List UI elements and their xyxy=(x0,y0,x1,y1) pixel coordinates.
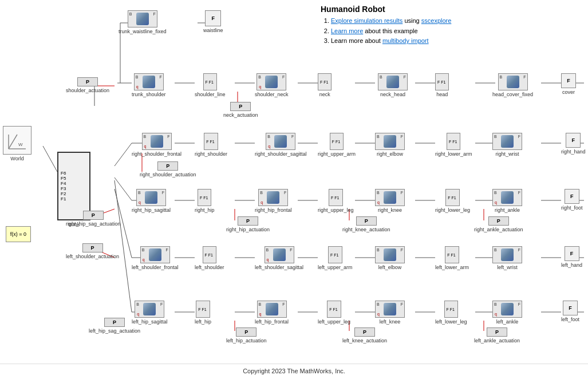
block-cover: F cover xyxy=(561,73,576,95)
block-waistline: F waistline xyxy=(203,10,223,33)
block-right-hand: F right_hand xyxy=(561,133,586,155)
block-right-foot: F right_foot xyxy=(561,189,583,211)
block-left-wrist: B F left_wrist xyxy=(492,246,522,270)
svg-line-60 xyxy=(115,143,132,166)
block-left-hip: F F1 left_hip xyxy=(195,301,211,325)
block-constant: f(x) = 0 xyxy=(6,226,31,242)
block-neck-actuation: P neck_actuation xyxy=(223,102,258,118)
block-left-shoulder-frontal: B q F left_shoulder_frontal xyxy=(132,246,179,270)
block-shoulder-neck: B q F shoulder_neck xyxy=(255,73,289,97)
block-trunk-shoulder: B q F trunk_shoulder xyxy=(132,73,166,97)
link-multibody[interactable]: multibody import xyxy=(382,37,429,44)
block-head-cover-fixed: B F head_cover_fixed xyxy=(492,73,533,97)
block-right-hip: F F1 right_hip xyxy=(195,189,215,213)
block-head: F F1 head xyxy=(435,73,449,97)
block-shoulder-line: F F1 shoulder_line xyxy=(195,73,226,97)
page-title: Humanoid Robot xyxy=(321,5,573,14)
block-right-elbow: B F right_elbow xyxy=(375,133,405,157)
block-left-hip-actuation: P left_hip_actuation xyxy=(226,327,267,344)
title-area: Humanoid Robot Explore simulation result… xyxy=(321,5,573,46)
block-right-hip-actuation: P right_hip_actuation xyxy=(226,216,270,232)
block-left-knee: B q F left_knee xyxy=(375,301,405,325)
svg-line-64 xyxy=(43,146,57,172)
block-neck-head: B F neck_head xyxy=(378,73,408,97)
block-left-lower-arm: F F1 left_lower_arm xyxy=(435,246,469,270)
block-left-knee-actuation: P left_knee_actuation xyxy=(342,327,387,344)
footer: Copyright 2023 The MathWorks, Inc. xyxy=(0,364,588,375)
block-left-upper-leg: F F1 left_upper_leg xyxy=(318,301,350,325)
block-right-shoulder-sagittal: B q F right_shoulder_sagittal xyxy=(255,133,307,157)
svg-text:W: W xyxy=(18,142,23,147)
block-right-knee: B q F right_knee xyxy=(375,189,405,213)
block-left-foot: F left_foot xyxy=(561,301,579,322)
svg-line-61 xyxy=(115,177,132,200)
svg-line-65 xyxy=(9,135,17,149)
block-left-ankle-actuation: P left_ankle_actuation xyxy=(474,327,520,344)
link-learn-more[interactable]: Learn more xyxy=(331,27,363,34)
link-explore[interactable]: Explore simulation results xyxy=(331,17,402,24)
block-right-upper-leg: F F1 right_upper_leg xyxy=(318,189,354,213)
block-neck: F F1 neck xyxy=(318,73,332,97)
block-right-upper-arm: F F1 right_upper_arm xyxy=(318,133,356,157)
block-left-lower-leg: F F1 left_lower_leg xyxy=(435,301,467,325)
block-right-shoulder: F F1 right_shoulder xyxy=(195,133,227,157)
block-right-shoulder-frontal: B q F right_shoulder_frontal xyxy=(132,133,181,157)
link-sscexplore[interactable]: sscexplore xyxy=(421,17,452,24)
block-trunk-waistline-fixed: B F trunk_waistline_fixed xyxy=(119,10,167,34)
block-right-hip-sagittal: B q F right_hip_sagittal xyxy=(132,189,171,213)
block-left-ankle: B q F left_ankle xyxy=(492,301,522,325)
block-left-shoulder-actuation: P left_shoulder_actuation xyxy=(66,243,119,259)
block-right-ankle: B q F right_ankle xyxy=(492,189,522,213)
block-right-hip-sag-actuation: P right_hip_sag_actuation xyxy=(66,211,121,227)
block-right-wrist: B F right_wrist xyxy=(492,133,522,157)
block-left-shoulder: F F1 left_shoulder xyxy=(195,246,224,270)
block-left-hip-frontal: B q F left_hip_frontal xyxy=(255,301,289,325)
block-right-lower-arm: F F1 right_lower_arm xyxy=(435,133,472,157)
block-right-lower-leg: F F1 right_lower_leg xyxy=(435,189,470,213)
block-right-shoulder-actuation: P right_shoulder_actuation xyxy=(140,161,196,177)
block-right-hip-frontal: B q F right_hip_frontal xyxy=(255,189,292,213)
block-shoulder-actuation: P shoulder_actuation xyxy=(66,77,109,93)
links-list: Explore simulation results using sscexpl… xyxy=(321,16,573,46)
block-right-knee-actuation: P right_knee_actuation xyxy=(342,216,390,232)
block-left-hip-sag-actuation: P left_hip_sag_actuation xyxy=(89,318,140,334)
block-left-shoulder-sagittal: B q F left_shoulder_sagittal xyxy=(255,246,303,270)
block-right-ankle-actuation: P right_ankle_actuation xyxy=(474,216,523,232)
block-left-upper-arm: F F1 left_upper_arm xyxy=(318,246,353,270)
block-left-hand: F left_hand xyxy=(561,246,582,268)
block-world: W World xyxy=(3,126,31,161)
block-left-elbow: B F left_elbow xyxy=(375,246,405,270)
